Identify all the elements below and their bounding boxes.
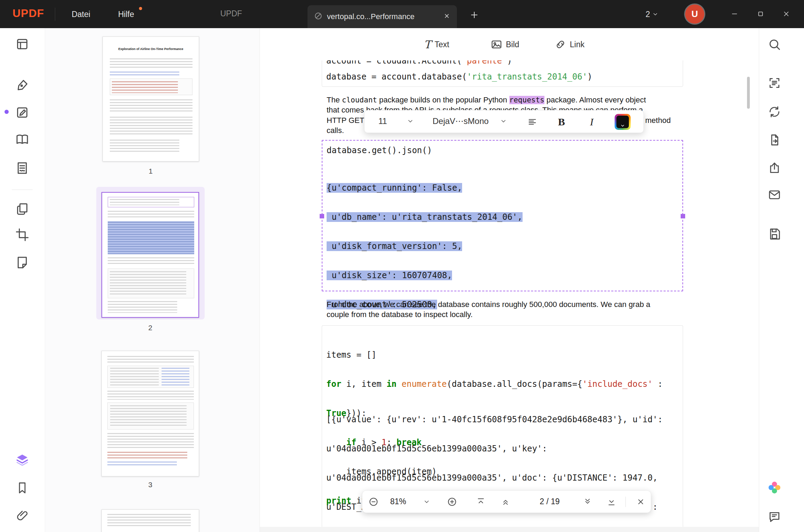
thumbnail-art <box>110 58 192 69</box>
bold-button[interactable]: B <box>554 114 569 130</box>
ai-assistant-button[interactable] <box>766 479 783 496</box>
page-indicator[interactable]: 2 / 19 <box>529 497 571 506</box>
export-doc-icon <box>768 133 781 147</box>
menu-hilfe[interactable]: Hilfe <box>115 8 138 20</box>
crop-icon <box>15 228 29 242</box>
thumbnail-art <box>108 221 194 254</box>
zoom-level-caret[interactable] <box>420 495 434 509</box>
page-thumbnail-1[interactable]: Exploration of Airline On-Time Performan… <box>102 36 199 161</box>
code-line: database.get().json() <box>327 146 432 155</box>
pages-icon <box>15 202 29 216</box>
document-tab[interactable]: vertopal.co...Performance <box>307 5 457 28</box>
watermark-button[interactable] <box>14 254 31 271</box>
tab-title: vertopal.co...Performance <box>327 12 439 21</box>
italic-button[interactable]: I <box>584 114 599 130</box>
mail-icon <box>768 188 781 201</box>
thumbnail-panel: Exploration of Airline On-Time Performan… <box>45 28 260 532</box>
selection-handle-left[interactable] <box>320 214 324 218</box>
read-mode-button[interactable] <box>14 131 31 148</box>
thumbnail-art <box>110 99 192 113</box>
menu-datei[interactable]: Datei <box>68 8 94 20</box>
zoom-level-value[interactable]: 81% <box>390 497 406 506</box>
thumbnail-art <box>110 271 186 296</box>
share-button[interactable] <box>766 160 783 176</box>
link-tool-button[interactable]: Link <box>555 38 584 51</box>
minimize-button[interactable] <box>727 6 742 22</box>
thumbnail-art <box>107 452 187 459</box>
updf-window: UPDF Datei Hilfe UPDF vertopal.co...Perf… <box>0 0 804 532</box>
minimize-icon <box>731 10 738 18</box>
first-page-button[interactable] <box>474 495 488 509</box>
export-button[interactable] <box>766 132 783 148</box>
new-tab-button[interactable] <box>468 9 480 21</box>
organize-pages-button[interactable] <box>14 201 31 217</box>
page-thumbnail-4[interactable] <box>101 509 199 532</box>
previous-page-button[interactable] <box>499 495 512 509</box>
last-page-button[interactable] <box>605 495 618 509</box>
tab-close-icon[interactable] <box>443 12 451 21</box>
thumbnail-art <box>107 462 177 467</box>
document-area: account = cloudant.Account('parente') da… <box>260 28 759 532</box>
maximize-button[interactable] <box>753 6 768 22</box>
chevron-down-icon <box>423 498 430 505</box>
close-button[interactable] <box>779 6 794 22</box>
fill-sign-button[interactable] <box>14 160 31 176</box>
comments-button[interactable] <box>766 509 783 525</box>
maximize-icon <box>757 10 764 18</box>
thumbnail-art <box>108 257 194 266</box>
thumbnail-art <box>107 356 194 363</box>
thumbnail-art <box>110 368 159 386</box>
output-line: u'04da0d01eb0f15d5c56eb1399a000a35', u'd… <box>326 473 678 483</box>
search-icon <box>768 38 781 51</box>
save-icon <box>768 227 781 241</box>
selected-text-line: u'db_name': u'rita_transtats_2014_06', <box>327 212 523 222</box>
page-thumbnail-2[interactable] <box>101 192 199 318</box>
font-family-caret[interactable] <box>500 118 507 125</box>
close-icon <box>637 498 645 506</box>
user-avatar[interactable]: U <box>685 5 704 24</box>
search-button[interactable] <box>766 36 783 53</box>
notification-dot <box>139 7 142 10</box>
crop-button[interactable] <box>14 226 31 243</box>
save-button[interactable] <box>766 226 783 242</box>
font-family-dropdown[interactable]: DejaV⋯sMono <box>433 116 489 126</box>
zoom-out-button[interactable] <box>367 495 380 509</box>
annotate-button[interactable] <box>14 77 31 93</box>
edit-pdf-button[interactable] <box>14 104 31 121</box>
paragraph-line: From the above, we can see the database … <box>327 299 650 309</box>
link-tool-label: Link <box>570 40 584 49</box>
tab-count-button[interactable]: 2 <box>646 8 658 20</box>
titlebar: UPDF Datei Hilfe UPDF vertopal.co...Perf… <box>0 0 804 28</box>
page-number-label: 2 <box>101 324 199 332</box>
font-size-value: 11 <box>378 116 387 126</box>
thumbnail-panel-toggle[interactable] <box>14 451 31 468</box>
font-size-caret[interactable] <box>407 118 414 125</box>
text-tool-button[interactable]: T Text <box>424 38 449 51</box>
font-size-dropdown[interactable]: 11 <box>378 116 387 126</box>
selected-code-cell[interactable]: database.get().json() {u'compact_running… <box>322 140 683 291</box>
code-line: account = cloudant.Account('parente') <box>326 60 512 66</box>
thumbnail-art <box>110 199 179 205</box>
paragraph-line: The cloudant package builds on the popul… <box>327 95 646 105</box>
align-button[interactable] <box>525 114 540 130</box>
page-thumbnail-3[interactable] <box>101 351 199 476</box>
bookmarks-button[interactable] <box>14 480 31 496</box>
text-tool-icon: T <box>424 38 431 51</box>
ocr-button[interactable] <box>766 75 783 91</box>
convert-button[interactable] <box>766 103 783 120</box>
thumbnail-page-title: Exploration of Airline On-Time Performan… <box>113 47 189 51</box>
vertical-scrollbar[interactable] <box>746 60 750 527</box>
attachments-button[interactable] <box>14 507 31 524</box>
font-color-swatch <box>616 116 629 128</box>
zoom-toolbar: 81% 2 / 19 <box>362 490 651 513</box>
image-tool-button[interactable]: Bild <box>491 38 519 51</box>
zoom-in-button[interactable] <box>445 495 459 509</box>
reader-view-button[interactable] <box>14 36 31 52</box>
selection-handle-right[interactable] <box>681 214 685 218</box>
image-icon <box>491 39 502 50</box>
next-page-button[interactable] <box>581 495 594 509</box>
font-color-button[interactable] <box>615 114 631 130</box>
close-toolbar-button[interactable] <box>634 495 648 509</box>
email-button[interactable] <box>766 186 783 203</box>
scrollbar-thumb[interactable] <box>747 77 750 109</box>
